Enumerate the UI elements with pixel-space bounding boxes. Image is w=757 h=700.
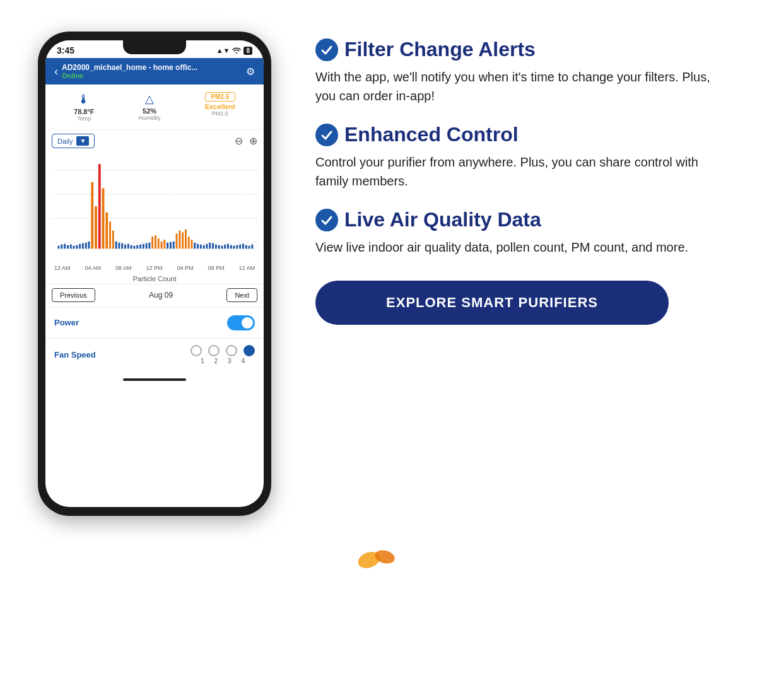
pm25-value: Excellent: [205, 103, 235, 110]
svg-rect-63: [239, 245, 241, 249]
svg-rect-31: [143, 244, 144, 249]
svg-rect-18: [102, 189, 105, 249]
svg-rect-15: [91, 182, 93, 248]
x-label-2: 08 AM: [115, 265, 132, 271]
feature-desc-1: With the app, we'll notify you when it's…: [315, 67, 719, 105]
feature-title-label-3: Live Air Quality Data: [344, 208, 541, 231]
feature-title-2: Enhanced Control: [315, 123, 719, 146]
feature-enhanced-control: Enhanced Control Control your purifier f…: [315, 123, 719, 190]
svg-rect-14: [88, 242, 90, 249]
svg-rect-12: [82, 243, 84, 249]
brand-logo: [353, 541, 404, 573]
feature-desc-2: Control your purifier from anywhere. Plu…: [315, 153, 719, 190]
zoom-out-icon[interactable]: ⊖: [235, 135, 243, 147]
svg-rect-52: [206, 244, 208, 249]
phone-bottom-bar: [45, 373, 264, 386]
svg-rect-40: [170, 242, 172, 249]
svg-rect-34: [151, 236, 153, 248]
svg-rect-44: [182, 233, 184, 249]
svg-rect-16: [95, 206, 97, 248]
stat-temp: 🌡 78.8°F Temp: [74, 92, 95, 122]
svg-rect-6: [64, 244, 66, 249]
svg-rect-28: [133, 246, 135, 249]
next-button[interactable]: Next: [226, 288, 257, 302]
fan-num-2: 2: [214, 358, 218, 365]
humidity-icon: △: [139, 92, 161, 106]
zoom-icons: ⊖ ⊕: [235, 135, 257, 147]
fan-speed-3[interactable]: [226, 345, 237, 356]
dropdown-arrow-icon: ▼: [76, 136, 89, 146]
air-quality-chart: [52, 152, 257, 261]
daily-dropdown[interactable]: Daily ▼: [52, 134, 95, 148]
svg-rect-67: [251, 245, 253, 249]
power-toggle[interactable]: [227, 315, 255, 330]
svg-rect-58: [224, 245, 226, 249]
bottom-logo: [353, 541, 404, 573]
svg-rect-50: [200, 245, 202, 249]
fan-speed-4[interactable]: [244, 345, 255, 356]
svg-rect-19: [105, 213, 108, 249]
svg-rect-64: [242, 244, 244, 249]
svg-rect-30: [139, 245, 141, 249]
stat-pm25: PM2.5 Excellent PM2.5: [205, 92, 235, 122]
svg-rect-39: [167, 243, 168, 249]
svg-rect-45: [185, 230, 187, 249]
device-name: AD2000_michael_home - home offic...: [62, 63, 197, 72]
svg-rect-61: [233, 246, 235, 249]
feature-desc-3: View live indoor air quality data, polle…: [315, 238, 719, 257]
wifi-icon: [232, 47, 241, 55]
svg-rect-27: [131, 245, 132, 249]
power-control-row: Power: [45, 307, 264, 338]
svg-rect-62: [236, 245, 238, 249]
svg-rect-25: [124, 245, 126, 249]
check-icon-3: [315, 209, 338, 231]
x-label-6: 12 AM: [238, 265, 255, 271]
svg-rect-22: [115, 242, 117, 249]
feature-title-label-2: Enhanced Control: [344, 123, 519, 146]
svg-rect-66: [249, 246, 250, 249]
feature-live-air-quality: Live Air Quality Data View live indoor a…: [315, 208, 719, 257]
svg-rect-47: [191, 240, 193, 248]
svg-rect-36: [158, 238, 160, 248]
zoom-in-icon[interactable]: ⊕: [249, 135, 257, 147]
svg-rect-49: [197, 244, 199, 249]
battery-label: 8: [244, 47, 252, 55]
gear-icon[interactable]: ⚙: [246, 66, 255, 78]
phone-frame: 3:45 ▲▼ 8 ‹ AD2000_michael_home - ho: [38, 32, 271, 516]
svg-rect-9: [73, 246, 75, 249]
humidity-label: Humidity: [139, 115, 161, 121]
svg-rect-4: [58, 246, 60, 249]
x-label-0: 12 AM: [54, 265, 71, 271]
feature-filter-change: Filter Change Alerts With the app, we'll…: [315, 38, 719, 105]
fan-speed-1[interactable]: [191, 345, 202, 356]
chart-area: 12 AM 04 AM 08 AM 12 PM 04 PM 08 PM 12 A…: [45, 152, 264, 275]
svg-rect-55: [215, 245, 217, 249]
svg-rect-32: [146, 243, 148, 249]
svg-rect-8: [70, 245, 72, 249]
svg-rect-37: [161, 242, 163, 249]
svg-rect-7: [67, 245, 69, 249]
svg-rect-26: [127, 244, 129, 249]
humidity-value: 52%: [139, 107, 161, 115]
svg-rect-24: [121, 243, 123, 249]
svg-rect-29: [136, 245, 138, 249]
back-arrow-icon[interactable]: ‹: [54, 65, 58, 78]
explore-smart-purifiers-button[interactable]: EXPLORE SMART PURIFIERS: [315, 281, 669, 325]
device-status: Online: [62, 72, 197, 79]
status-time: 3:45: [57, 45, 74, 55]
svg-rect-35: [155, 235, 156, 248]
svg-rect-59: [227, 244, 229, 249]
svg-rect-53: [209, 243, 211, 249]
temp-label: Temp: [74, 115, 95, 122]
svg-rect-56: [218, 245, 220, 249]
svg-rect-13: [85, 243, 87, 249]
fan-num-4: 4: [242, 358, 245, 365]
stat-humidity: △ 52% Humidity: [139, 92, 161, 122]
x-label-3: 12 PM: [146, 265, 162, 271]
temp-icon: 🌡: [74, 92, 95, 107]
previous-button[interactable]: Previous: [52, 288, 95, 302]
check-icon-2: [315, 124, 338, 146]
fan-speed-2[interactable]: [208, 345, 220, 356]
feature-title-3: Live Air Quality Data: [315, 208, 719, 231]
feature-title-1: Filter Change Alerts: [315, 38, 719, 61]
